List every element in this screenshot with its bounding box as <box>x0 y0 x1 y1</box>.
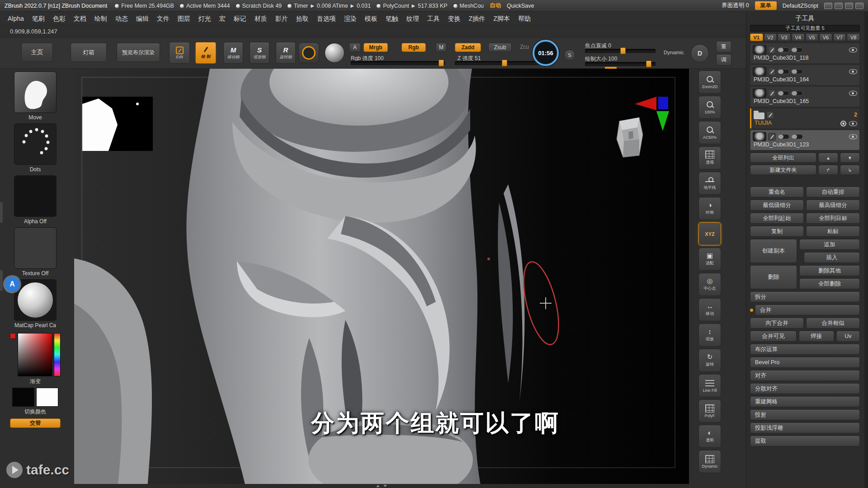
pivot-button[interactable]: ◎中心点 <box>698 273 721 296</box>
boolean-button[interactable]: 布尔运算 <box>750 344 860 355</box>
slider-handle[interactable] <box>502 60 507 66</box>
menu-help[interactable]: 帮助 <box>514 12 535 25</box>
move-out-of-folder-button[interactable]: ↳ <box>840 165 860 175</box>
dock-button-top[interactable]: 重 <box>716 41 731 52</box>
subtool-folder[interactable]: 2 TUIJIA <box>750 108 860 129</box>
version-v5[interactable]: V5 <box>806 33 819 41</box>
paint-icon[interactable] <box>768 133 776 141</box>
z-axis-arrow[interactable] <box>658 97 668 109</box>
version-v7[interactable]: V7 <box>833 33 846 41</box>
remesh-button[interactable]: 重建网格 <box>750 396 860 407</box>
menu-zplugin[interactable]: Z插件 <box>465 12 490 25</box>
bas-relief-button[interactable]: 投影浅浮雕 <box>750 422 860 433</box>
slider-handle[interactable] <box>439 60 444 66</box>
lightbox-button[interactable]: 灯箱 <box>71 43 107 62</box>
version-v6[interactable]: V6 <box>819 33 832 41</box>
weld-button[interactable]: 焊接 <box>799 331 834 342</box>
menu-light[interactable]: 灯光 <box>194 12 215 25</box>
menu-texture[interactable]: 纹理 <box>402 12 423 25</box>
merge-visible-button[interactable]: 合并可见 <box>750 331 797 342</box>
merge-section-header[interactable]: 合并 <box>755 305 860 315</box>
color-picker[interactable] <box>10 333 61 376</box>
actual-size-button[interactable]: 100% <box>698 96 721 119</box>
dynamic-size-button[interactable]: D <box>691 44 709 62</box>
toggle-pill[interactable] <box>791 69 803 74</box>
menu-template[interactable]: 模板 <box>361 12 382 25</box>
copy-button[interactable]: 复制 <box>750 226 804 237</box>
perspective-button[interactable]: 透视 <box>698 146 721 169</box>
slider-handle[interactable] <box>646 61 651 67</box>
gradient-label[interactable]: 渐变 <box>30 378 41 385</box>
subtool-item[interactable]: PM3D_Cube3D1_118 <box>750 43 860 64</box>
move-axis-button[interactable]: M 移动轴 <box>223 42 243 64</box>
toggle-pill[interactable] <box>791 91 803 96</box>
material-sphere-button[interactable] <box>325 43 344 63</box>
paint-icon[interactable] <box>768 68 776 75</box>
focal-shift-slider[interactable] <box>585 49 656 53</box>
new-folder-button[interactable]: 新建文件夹 <box>750 165 816 175</box>
menu-zscript[interactable]: Z脚本 <box>489 12 514 25</box>
menu-material[interactable]: 材质 <box>250 12 271 25</box>
eye-icon[interactable] <box>849 47 857 52</box>
zsub-button[interactable]: Zsub <box>488 43 512 52</box>
tray-handle[interactable] <box>0 270 3 291</box>
current-alpha-thumbnail[interactable] <box>14 175 57 217</box>
scroll-down-icon[interactable] <box>383 485 387 487</box>
menu-layer[interactable]: 图层 <box>174 12 194 25</box>
version-v3[interactable]: V3 <box>778 33 791 41</box>
version-v8[interactable]: V8 <box>847 33 860 41</box>
menu-alpha[interactable]: Alpha <box>4 12 28 25</box>
subtool-item[interactable]: PM3D_Cube3D1_165 <box>750 86 860 107</box>
current-material-thumbnail[interactable] <box>14 279 57 321</box>
paint-icon[interactable] <box>766 111 774 119</box>
zadd-button[interactable]: Zadd <box>455 43 481 52</box>
home-tab[interactable]: 主页 <box>21 43 53 62</box>
rotate-tool-button[interactable]: ↻旋转 <box>698 349 721 372</box>
ui-transparency-control[interactable]: 界面透明 0 <box>722 2 749 9</box>
move-tool-button[interactable]: ↔移动 <box>698 298 721 321</box>
append-button[interactable]: 追加 <box>799 239 860 250</box>
secondary-color-swatch[interactable] <box>36 388 58 407</box>
rename-button[interactable]: 重命名 <box>750 187 804 197</box>
menu-file[interactable]: 文件 <box>153 12 174 25</box>
menu-movie[interactable]: 影片 <box>271 12 292 25</box>
toggle-pill[interactable] <box>778 134 789 139</box>
scale-axis-button[interactable]: S 缩放轴 <box>250 42 269 64</box>
menu-button[interactable]: 菜单 <box>755 1 777 10</box>
eye-icon[interactable] <box>849 91 857 96</box>
xyz-button[interactable]: XYZ <box>698 222 721 245</box>
uv-button[interactable]: Uv <box>836 331 860 342</box>
visible-count-slider[interactable]: 子工具可见数量 5 <box>750 25 860 32</box>
subtool-thumbnail[interactable] <box>753 45 766 54</box>
subtool-thumbnail[interactable] <box>753 67 766 76</box>
eye-icon[interactable] <box>849 121 857 126</box>
quicksave-button[interactable]: QuickSave <box>507 3 534 9</box>
draw-button[interactable]: 绘 制 <box>195 42 216 64</box>
viewport[interactable]: 分为两个组就可以了啊 <box>74 69 689 488</box>
menu-render[interactable]: 渲染 <box>340 12 361 25</box>
menu-preferences[interactable]: 首选项 <box>313 12 340 25</box>
m-button[interactable]: M <box>436 43 447 52</box>
canvas-scrollbar[interactable] <box>74 484 689 488</box>
align-button[interactable]: 对齐 <box>750 370 860 381</box>
subtool-item-selected[interactable]: PM3D_Cube3D1_123 <box>750 130 860 150</box>
paste-button[interactable]: 粘贴 <box>806 226 860 237</box>
layout-icon[interactable] <box>855 3 863 9</box>
a-button[interactable]: A <box>349 43 361 52</box>
project-button[interactable]: 投射 <box>750 409 860 420</box>
eye-icon[interactable] <box>849 69 857 74</box>
insert-button[interactable]: 插入 <box>804 252 860 263</box>
frame-button[interactable]: ▣适配 <box>698 248 721 271</box>
auto-toggle[interactable]: 自动 <box>490 2 501 9</box>
toggle-pill[interactable] <box>791 47 803 52</box>
grid-icon[interactable] <box>835 3 843 9</box>
menu-macro[interactable]: 宏 <box>215 12 230 25</box>
timer-badge[interactable]: 01:56 <box>533 40 559 66</box>
paint-icon[interactable] <box>768 46 776 54</box>
tablet-icon[interactable] <box>824 3 832 9</box>
menu-document[interactable]: 文档 <box>70 12 90 25</box>
menu-edit[interactable]: 编辑 <box>132 12 153 25</box>
auto-reorder-button[interactable]: 自动重排 <box>806 187 860 197</box>
dynamic-button[interactable]: Dynamic <box>698 450 721 473</box>
current-brush-thumbnail[interactable] <box>14 71 57 113</box>
